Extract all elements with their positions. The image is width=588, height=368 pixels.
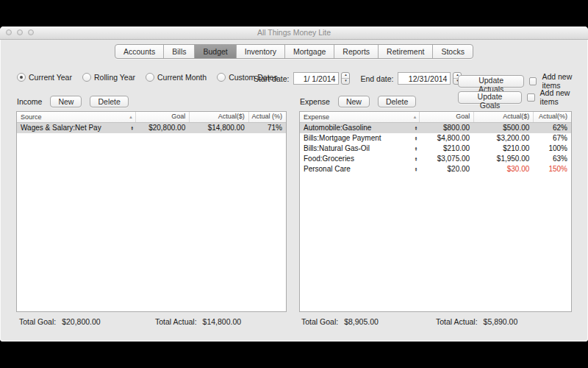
- tab-mortgage[interactable]: Mortgage: [285, 45, 334, 58]
- total-goal-label: Total Goal:: [19, 317, 56, 326]
- expense-row-pct: 62%: [533, 123, 571, 133]
- row-stepper[interactable]: ▴ ▾: [132, 126, 134, 131]
- expense-row[interactable]: Food:Groceries ▴ ▾ $3,075.00 $1,950.00 6…: [300, 154, 571, 164]
- income-total-actual: Total Actual: $14,800.00: [155, 317, 241, 326]
- update-goals-button[interactable]: Update Goals: [458, 91, 522, 104]
- sort-ascending-icon: ▲: [412, 113, 417, 122]
- tab-reports[interactable]: Reports: [334, 45, 379, 58]
- expense-row[interactable]: Personal Care ▴ ▾ $20.00 $30.00 150%: [300, 164, 571, 174]
- income-label: Income: [17, 97, 42, 106]
- expense-row-actual: $3,200.00: [473, 133, 533, 144]
- column-header-actual-dollars[interactable]: Actual($): [189, 112, 248, 122]
- income-total-goal: Total Goal: $20,800.00: [19, 317, 101, 326]
- column-header-actual-percent[interactable]: Actual(%): [533, 112, 571, 122]
- titlebar[interactable]: All Things Money Lite: [0, 26, 588, 40]
- income-row-pct: 71%: [248, 123, 286, 133]
- minimize-button[interactable]: [17, 29, 23, 35]
- expense-row-actual: $1,950.00: [473, 154, 533, 164]
- radio-circle-icon: [146, 73, 154, 82]
- start-date-stepper: ▲ ▼: [341, 72, 350, 85]
- start-date-label: Start date:: [254, 74, 289, 83]
- total-goal-value: $20,800.00: [62, 317, 101, 326]
- expense-total-goal: Total Goal: $8,905.00: [301, 317, 379, 326]
- income-delete-button[interactable]: Delete: [90, 96, 128, 107]
- expense-delete-button[interactable]: Delete: [378, 96, 416, 107]
- end-date-input[interactable]: 12/31/2014: [398, 72, 451, 85]
- expense-row-goal: $20.00: [419, 164, 473, 174]
- expense-total-actual: Total Actual: $5,890.00: [436, 317, 517, 326]
- radio-label: Current Month: [157, 73, 207, 82]
- income-row-name: Wages & Salary:Net Pay: [21, 123, 101, 133]
- expense-row-actual: $210.00: [473, 144, 533, 154]
- stepper-down-icon: ▾: [415, 169, 417, 172]
- stepper-down-icon: ▾: [415, 159, 417, 162]
- expense-row-pct: 63%: [533, 154, 571, 164]
- radio-current-year[interactable]: Current Year: [17, 73, 72, 82]
- expense-table: Expense ▲ Goal Actual($) Actual(%) Autom…: [299, 111, 572, 312]
- radio-circle-icon: [217, 73, 226, 82]
- tab-budget[interactable]: Budget: [195, 45, 236, 58]
- total-actual-label: Total Actual:: [436, 317, 478, 326]
- expense-row-name: Food:Groceries: [304, 154, 354, 164]
- stepper-up-icon[interactable]: ▲: [342, 73, 349, 79]
- close-button[interactable]: [6, 29, 12, 35]
- radio-rolling-year[interactable]: Rolling Year: [82, 73, 135, 82]
- column-header-source[interactable]: Source ▲: [17, 112, 135, 122]
- expense-row-name: Bills:Natural Gas-Oil: [304, 144, 370, 154]
- column-header-label: Source: [21, 113, 42, 122]
- add-new-items-checkbox-goals[interactable]: [527, 93, 535, 102]
- radio-current-month[interactable]: Current Month: [146, 73, 207, 82]
- period-radio-group: Current Year Rolling Year Current Month …: [17, 73, 278, 82]
- income-table: Source ▲ Goal Actual($) Actual (%) Wages…: [16, 111, 287, 312]
- expense-row-pct: 100%: [533, 144, 571, 154]
- add-new-items-checkbox-actuals[interactable]: [529, 77, 537, 85]
- expense-row[interactable]: Automobile:Gasoline ▴ ▾ $800.00 $500.00 …: [300, 123, 571, 133]
- tabbar: Accounts Bills Budget Inventory Mortgage…: [0, 44, 588, 59]
- expense-row-pct: 150%: [533, 164, 571, 174]
- row-stepper[interactable]: ▴ ▾: [415, 126, 417, 131]
- tab-accounts[interactable]: Accounts: [115, 45, 164, 58]
- total-actual-value: $5,890.00: [484, 317, 518, 326]
- expense-table-header: Expense ▲ Goal Actual($) Actual(%): [300, 112, 571, 123]
- start-date-input[interactable]: 1/ 1/2014: [293, 72, 339, 85]
- radio-circle-icon: [17, 73, 26, 82]
- sort-ascending-icon: ▲: [129, 113, 133, 122]
- stepper-down-icon: ▾: [132, 128, 134, 131]
- column-header-goal[interactable]: Goal: [135, 112, 189, 122]
- expense-row-goal: $800.00: [419, 123, 473, 133]
- total-goal-label: Total Goal:: [301, 317, 338, 326]
- add-new-items-label: Add new items: [540, 88, 588, 106]
- income-new-button[interactable]: New: [50, 96, 82, 107]
- tab-retirement[interactable]: Retirement: [379, 45, 433, 58]
- expense-row-actual: $30.00: [473, 164, 533, 174]
- total-goal-value: $8,905.00: [344, 317, 379, 326]
- row-stepper[interactable]: ▴ ▾: [415, 136, 417, 141]
- expense-row[interactable]: Bills:Natural Gas-Oil ▴ ▾ $210.00 $210.0…: [300, 144, 571, 154]
- expense-row-name: Automobile:Gasoline: [304, 123, 371, 133]
- row-stepper[interactable]: ▴ ▾: [415, 146, 417, 152]
- expense-new-button[interactable]: New: [338, 96, 370, 107]
- tab-stocks[interactable]: Stocks: [433, 45, 473, 58]
- app-window: All Things Money Lite Accounts Bills Bud…: [0, 26, 588, 342]
- stepper-down-icon: ▾: [415, 128, 417, 131]
- column-header-goal[interactable]: Goal: [419, 112, 473, 122]
- zoom-button[interactable]: [28, 29, 34, 35]
- tab-bills[interactable]: Bills: [164, 45, 195, 58]
- end-date-label: End date:: [360, 74, 393, 83]
- row-stepper[interactable]: ▴ ▾: [415, 167, 417, 172]
- income-row[interactable]: Wages & Salary:Net Pay ▴ ▾ $20,800.00 $1…: [17, 123, 286, 133]
- column-header-actual-dollars[interactable]: Actual($): [473, 112, 533, 122]
- column-header-actual-percent[interactable]: Actual (%): [248, 112, 286, 122]
- date-range-controls: Start date: 1/ 1/2014 ▲ ▼ End date: 12/3…: [254, 72, 462, 85]
- tab-inventory[interactable]: Inventory: [237, 45, 285, 58]
- expense-row[interactable]: Bills:Mortgage Payment ▴ ▾ $4,800.00 $3,…: [300, 133, 571, 144]
- update-actuals-button[interactable]: Update Actuals: [458, 75, 524, 88]
- row-stepper[interactable]: ▴ ▾: [415, 157, 417, 162]
- expense-row-pct: 67%: [533, 133, 571, 144]
- radio-circle-icon: [82, 73, 91, 82]
- expense-row-name: Personal Care: [304, 164, 351, 174]
- column-header-expense[interactable]: Expense ▲: [300, 112, 419, 122]
- expense-label: Expense: [300, 97, 330, 106]
- stepper-down-icon[interactable]: ▼: [342, 79, 349, 84]
- radio-label: Current Year: [29, 73, 72, 82]
